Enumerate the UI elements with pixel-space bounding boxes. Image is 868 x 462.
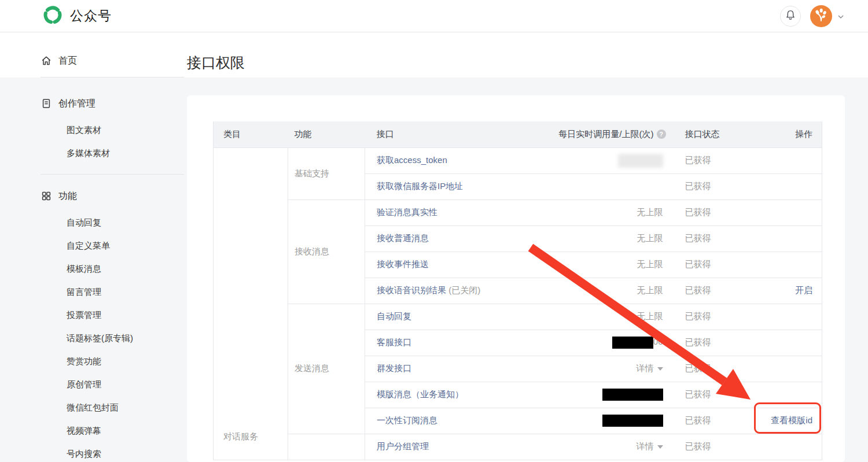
api-link[interactable]: 验证消息真实性 [377,207,437,217]
status-cell: 已获得 [672,226,744,252]
sidebar-item-template-message[interactable]: 模板消息 [41,260,184,278]
home-icon [41,55,52,66]
status-cell: 已获得 [672,408,744,434]
chevron-down-icon[interactable] [657,367,663,371]
api-permission-table: 类目 功能 接口 每日实时调用量/上限(次) ? 接口状态 操作 对话服务 基础… [213,121,822,460]
wechat-mp-logo-icon [43,5,62,27]
sidebar-item-label: 功能 [58,190,77,202]
table-row: 用户分组管理 详情 已获得 [214,434,822,460]
page-title: 接口权限 [187,53,245,72]
redacted-quota-value [602,389,663,401]
sidebar-item-video-danmaku[interactable]: 视频弹幕 [41,422,184,440]
brand-title: 公众号 [70,7,112,25]
sidebar-item-topic-tags[interactable]: 话题标签(原专辑) [41,329,184,348]
api-link[interactable]: 客服接口 [377,337,411,347]
category-cell: 对话服务 [214,147,288,460]
api-link[interactable]: 自动回复 [377,311,411,321]
api-status-note: (已关闭) [446,285,480,295]
sidebar-item-comment-management[interactable]: 留言管理 [41,283,184,301]
details-toggle[interactable]: 详情 [637,441,654,451]
col-header-api: 接口 [365,121,547,147]
chevron-down-icon[interactable] [838,11,844,21]
sidebar-item-label: 首页 [58,55,77,67]
sidebar-item-home[interactable]: 首页 [41,51,184,70]
col-header-quota: 每日实时调用量/上限(次) ? [547,121,672,147]
status-cell: 已获得 [672,304,744,330]
sidebar-item-reward[interactable]: 赞赏功能 [41,352,184,371]
sidebar-item-image-text-material[interactable]: 图文素材 [41,121,184,139]
view-template-id-link[interactable]: 查看模版id [771,415,812,425]
details-toggle[interactable]: 详情 [637,363,654,373]
status-cell: 已获得 [672,434,744,460]
account-avatar[interactable] [810,5,832,27]
status-cell: 已获得 [672,356,744,382]
sidebar-item-red-packet-cover[interactable]: 微信红包封面 [41,398,184,417]
sidebar-item-creation[interactable]: 创作管理 [41,94,184,113]
status-cell: 已获得 [672,173,744,199]
top-bar: 公众号 [0,0,868,32]
status-cell: 已获得 [672,382,744,408]
quota-cell: 无上限 [547,304,672,330]
quota-partial-text: 00 [653,337,663,346]
status-cell: 已获得 [672,199,744,226]
sidebar-item-features[interactable]: 功能 [41,187,184,205]
sidebar-item-multimedia-material[interactable]: 多媒体素材 [41,144,184,162]
status-cell: 已获得 [672,252,744,278]
api-link[interactable]: 用户分组管理 [377,441,429,451]
quota-cell: 无上限 [547,199,672,226]
table-row: 对话服务 基础支持 获取access_token 已获得 [214,147,822,173]
chevron-down-icon[interactable] [657,445,663,449]
sidebar-divider [41,174,184,175]
api-link[interactable]: 接收普通消息 [377,233,429,243]
quota-cell: 无上限 [547,226,672,252]
bell-icon [785,9,796,23]
api-link[interactable]: 一次性订阅消息 [377,415,437,425]
api-link[interactable]: 群发接口 [377,363,411,373]
table-row: 接收消息 验证消息真实性 无上限 已获得 [214,199,822,226]
sidebar-item-original-management[interactable]: 原创管理 [41,375,184,394]
sidebar-divider [41,77,184,77]
quota-cell: 无上限 [547,278,672,304]
enable-link[interactable]: 开启 [795,285,812,295]
help-icon[interactable]: ? [657,130,666,139]
document-icon [41,98,52,109]
api-link[interactable]: 模版消息（业务通知） [377,389,464,399]
grid-icon [41,190,52,202]
plant-icon [814,8,829,25]
redacted-quota-value [602,415,663,427]
status-cell: 已获得 [672,278,744,304]
api-link[interactable]: 获取微信服务器IP地址 [377,181,463,191]
redacted-quota-value [612,337,653,349]
notifications-button[interactable] [780,6,801,27]
status-cell: 已获得 [672,330,744,356]
quota-cell: 无上限 [547,252,672,278]
col-header-function: 功能 [288,121,365,147]
col-header-status: 接口状态 [672,121,744,147]
api-link[interactable]: 接收事件推送 [377,259,429,269]
api-link[interactable]: 接收语音识别结果 [377,285,446,295]
table-header-row: 类目 功能 接口 每日实时调用量/上限(次) ? 接口状态 操作 [214,121,822,147]
table-row: 发送消息 自动回复 无上限 已获得 [214,304,822,330]
col-header-category: 类目 [214,121,288,147]
sidebar-item-vote-management[interactable]: 投票管理 [41,306,184,324]
function-group-cell: 基础支持 [288,147,365,199]
function-group-cell [288,434,365,460]
sidebar-item-auto-reply[interactable]: 自动回复 [41,213,184,232]
api-link[interactable]: 获取access_token [377,155,447,165]
redacted-quota-value [618,154,663,168]
quota-header-label: 每日实时调用量/上限(次) [558,129,653,140]
brand[interactable]: 公众号 [43,5,112,27]
function-group-cell: 发送消息 [288,304,365,434]
col-header-action: 操作 [744,121,822,147]
sidebar-item-in-account-search[interactable]: 号内搜索 [41,445,184,462]
sidebar: 首页 创作管理 图文素材 多媒体素材 功能 自动回复 自定义菜单 模板消息 留言… [41,32,184,462]
sidebar-item-custom-menu[interactable]: 自定义菜单 [41,236,184,255]
function-group-cell: 接收消息 [288,199,365,304]
status-cell: 已获得 [672,147,744,173]
sidebar-item-label: 创作管理 [58,98,95,110]
